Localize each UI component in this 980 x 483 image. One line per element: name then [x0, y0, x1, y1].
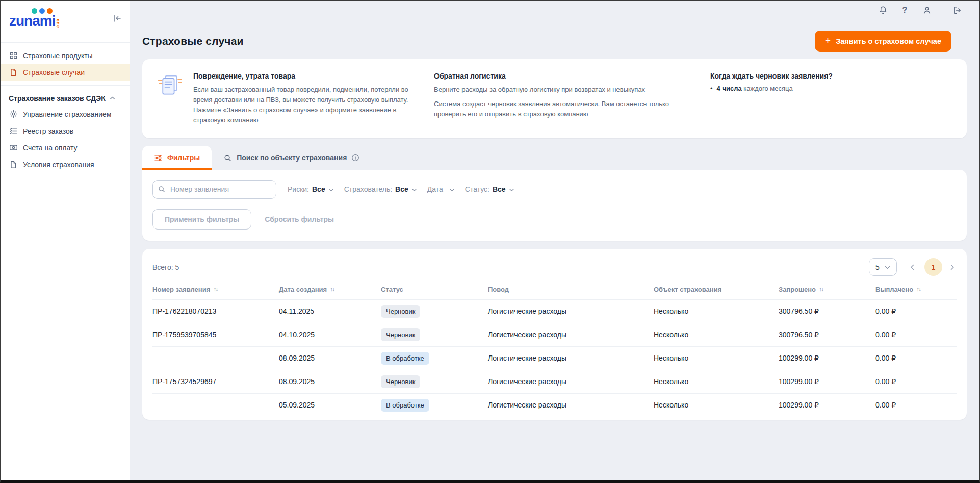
sort-icon: ↑↓ — [330, 286, 334, 293]
table-row[interactable]: ПР-175953970584504.10.2025ЧерновикЛогист… — [152, 323, 957, 346]
info-draft-title: Когда ждать черновик заявления? — [710, 72, 879, 80]
sidebar-nav: Страховые продукты Страховые случаи Стра… — [1, 43, 130, 173]
user-icon[interactable] — [922, 6, 932, 15]
sidebar: zunami one Страховые продукты — [1, 1, 130, 480]
filters-panel: Риски: Все Страхователь: Все Дата — [142, 170, 967, 241]
sidebar-item-insurance-terms[interactable]: Условия страхования — [1, 156, 130, 173]
column-header-2: Статус — [381, 286, 488, 293]
cell-reason: Логистические расходы — [488, 307, 654, 315]
sidebar-item-label: Реестр заказов — [23, 127, 73, 135]
cell-paid: 0.00 ₽ — [875, 354, 957, 362]
cell-requested: 100299.00 ₽ — [779, 401, 875, 409]
table-row[interactable]: ПР-176221807021304.11.2025ЧерновикЛогист… — [152, 299, 957, 323]
report-claim-button[interactable]: + Заявить о страховом случае — [815, 31, 951, 52]
claim-number-search — [152, 180, 276, 199]
table-toolbar: Всего: 5 5 1 — [152, 256, 957, 278]
tab-search-by-object[interactable]: Поиск по объекту страхования — [212, 146, 371, 170]
info-logistics-column: Обратная логистика Верните расходы за об… — [434, 72, 675, 119]
chevron-down-icon — [509, 188, 514, 192]
sidebar-item-label: Счета на оплату — [23, 144, 78, 152]
page-title: Страховые случаи — [142, 35, 244, 47]
topbar: ? — [130, 1, 979, 19]
cell-created-date: 04.10.2025 — [279, 331, 381, 339]
apply-filters-button[interactable]: Применить фильтры — [152, 209, 251, 230]
cell-paid: 0.00 ₽ — [875, 307, 957, 315]
sidebar-item-insurance-products[interactable]: Страховые продукты — [1, 47, 130, 64]
info-icon — [351, 154, 359, 162]
chevron-down-icon — [411, 188, 417, 192]
grid-icon — [9, 51, 18, 60]
sidebar-section-cdek[interactable]: Страхование заказов СДЭК — [1, 90, 130, 106]
risks-filter-dropdown[interactable]: Риски: Все — [288, 185, 334, 193]
claims-table-card: Всего: 5 5 1 — [142, 249, 967, 420]
cell-requested: 100299.00 ₽ — [779, 377, 875, 386]
current-page[interactable]: 1 — [924, 258, 942, 276]
document-icon — [9, 68, 18, 77]
column-header-5[interactable]: Запрошено↑↓ — [779, 286, 875, 293]
cell-reason: Логистические расходы — [488, 377, 654, 386]
cell-paid: 0.00 ₽ — [875, 401, 957, 409]
reset-filters-button[interactable]: Сбросить фильтры — [265, 215, 334, 223]
date-filter-dropdown[interactable]: Дата — [427, 185, 455, 193]
column-header-6[interactable]: Выплачено↑↓ — [875, 286, 957, 293]
tab-filters[interactable]: Фильтры — [142, 146, 212, 170]
status-badge: В обработке — [381, 352, 429, 365]
next-page-icon[interactable] — [950, 264, 957, 270]
cell-insured-object: Несколько — [654, 401, 779, 409]
sidebar-collapse-icon[interactable] — [112, 13, 122, 23]
bullet-dot: • — [710, 85, 713, 92]
zunami-logo[interactable]: zunami one — [9, 7, 55, 28]
status-filter-dropdown[interactable]: Статус: Все — [465, 185, 514, 193]
info-logistics-title: Обратная логистика — [434, 72, 675, 80]
logout-icon[interactable] — [952, 6, 962, 15]
status-badge: Черновик — [381, 375, 420, 388]
sidebar-item-insurance-cases[interactable]: Страховые случаи — [1, 64, 130, 81]
sidebar-item-label: Страховые случаи — [23, 68, 85, 77]
cell-requested: 300796.50 ₽ — [779, 331, 875, 339]
logo-suffix: one — [56, 19, 61, 28]
sidebar-item-invoices[interactable]: Счета на оплату — [1, 139, 130, 156]
filter-row: Риски: Все Страхователь: Все Дата — [152, 180, 957, 199]
sidebar-item-label: Управление страхованием — [23, 110, 111, 118]
prev-page-icon[interactable] — [910, 264, 916, 270]
info-logistics-text-2: Система создаст черновик заявления автом… — [434, 99, 675, 119]
main-content: Страховые случаи + Заявить о страховом с… — [130, 19, 979, 480]
cell-status: В обработке — [381, 399, 488, 412]
sort-icon: ↑↓ — [213, 286, 217, 293]
plus-icon: + — [825, 36, 831, 45]
status-badge: Черновик — [381, 305, 420, 318]
bell-icon[interactable] — [878, 6, 888, 15]
tab-filters-label: Фильтры — [167, 154, 200, 162]
table-row[interactable]: 08.09.2025В обработкеЛогистические расхо… — [152, 346, 957, 370]
table-row[interactable]: 05.09.2025В обработкеЛогистические расхо… — [152, 393, 957, 417]
status-badge: В обработке — [381, 399, 429, 412]
sliders-icon — [154, 154, 163, 162]
cell-claim-number: ПР-1762218070213 — [152, 307, 279, 315]
cell-created-date: 05.09.2025 — [279, 401, 381, 409]
sidebar-item-orders-registry[interactable]: Реестр заказов — [1, 122, 130, 139]
sidebar-item-label: Условия страхования — [23, 161, 94, 169]
cell-reason: Логистические расходы — [488, 331, 654, 339]
cell-reason: Логистические расходы — [488, 354, 654, 362]
pagination: 5 1 — [869, 258, 957, 276]
insurer-filter-dropdown[interactable]: Страхователь: Все — [344, 185, 417, 193]
info-damage-title: Повреждение, утрата товара — [193, 72, 428, 80]
column-header-1[interactable]: Дата создания↑↓ — [279, 286, 381, 293]
column-header-4: Объект страхования — [654, 286, 779, 293]
claim-number-input[interactable] — [152, 180, 276, 199]
table-row[interactable]: ПР-175732452969708.09.2025ЧерновикЛогист… — [152, 370, 957, 393]
info-damage-column: Повреждение, утрата товара Если ваш заст… — [193, 72, 428, 126]
filter-actions: Применить фильтры Сбросить фильтры — [152, 209, 957, 230]
cell-insured-object: Несколько — [654, 354, 779, 362]
checklist-icon — [9, 126, 18, 136]
total-count: Всего: 5 — [152, 263, 179, 271]
sidebar-item-insurance-management[interactable]: Управление страхованием — [1, 106, 130, 122]
info-draft-column: Когда ждать черновик заявления? • 4 числ… — [710, 72, 879, 92]
info-draft-bullet: • 4 числа каждого месяца — [710, 85, 879, 92]
column-header-0[interactable]: Номер заявления↑↓ — [152, 286, 279, 293]
help-icon[interactable]: ? — [900, 6, 910, 15]
cell-insured-object: Несколько — [654, 331, 779, 339]
page-size-select[interactable]: 5 — [869, 258, 897, 276]
table-header: Номер заявления↑↓Дата создания↑↓СтатусПо… — [152, 278, 957, 299]
cell-claim-number: ПР-1759539705845 — [152, 331, 279, 339]
